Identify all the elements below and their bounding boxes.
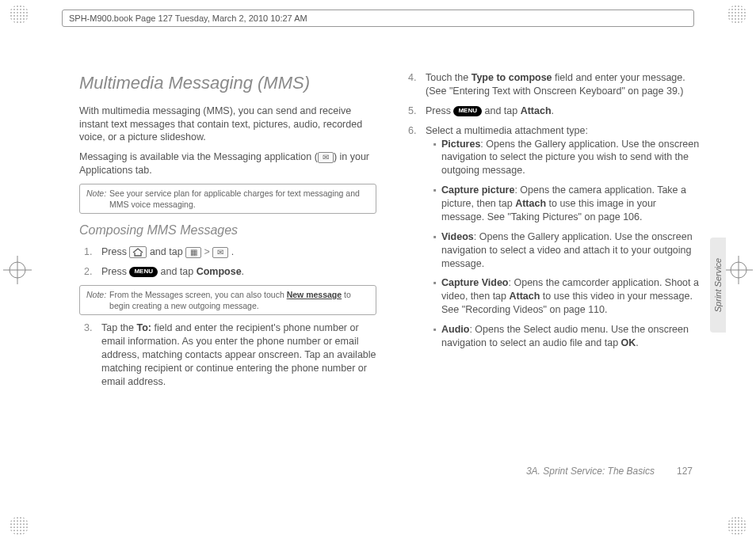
register-mark-right <box>723 254 754 286</box>
menu-key-chip: MENU <box>129 267 158 277</box>
note-label: Note: <box>86 188 106 210</box>
messaging-app-icon: ✉ <box>318 152 334 163</box>
intro-paragraph-1: With multimedia messaging (MMS), you can… <box>79 105 376 145</box>
section-tab-label: Sprint Service <box>713 258 723 312</box>
crop-mark-br <box>727 516 746 535</box>
page-footer: 3A. Sprint Service: The Basics 127 <box>526 466 693 477</box>
column-right: Touch the Type to compose field and ente… <box>403 71 701 469</box>
attachment-types-list: Pictures: Opens the Gallery application.… <box>426 138 701 350</box>
messaging-icon: ✉ <box>212 247 228 258</box>
footer-page-number: 127 <box>677 466 693 477</box>
heading-composing: Composing MMS Messages <box>79 222 376 239</box>
note-service-plan: Note: See your service plan for applicab… <box>79 184 376 214</box>
compose-bold: Compose <box>197 266 242 277</box>
attach-pictures: Pictures: Opens the Gallery application.… <box>433 138 701 178</box>
crop-mark-tr <box>727 5 746 24</box>
crop-mark-bl <box>10 516 29 535</box>
attach-capture-video: Capture Video: Opens the camcorder appli… <box>433 276 701 317</box>
attach-capture-picture: Capture picture: Opens the camera applic… <box>433 184 701 224</box>
book-header-bar: SPH-M900.book Page 127 Tuesday, March 2,… <box>62 10 694 27</box>
attach-audio: Audio: Opens the Select audio menu. Use … <box>433 323 701 350</box>
step-3: Tap the To: field and enter the recipien… <box>92 321 376 388</box>
step-5: Press MENU and tap Attach. <box>416 105 701 118</box>
attach-videos: Videos: Opens the Gallery application. U… <box>433 230 701 271</box>
step-4: Touch the Type to compose field and ente… <box>416 71 701 98</box>
step-6: Select a multimedia attachment type: Pic… <box>416 124 701 350</box>
heading-mms: Multimedia Messaging (MMS) <box>79 71 376 95</box>
steps-list-right: Touch the Type to compose field and ente… <box>403 71 701 350</box>
apps-grid-icon: ▦ <box>185 247 201 258</box>
step-2: Press MENU and tap Compose. <box>92 265 376 279</box>
attach-bold: Attach <box>521 105 552 116</box>
menu-key-chip-2: MENU <box>453 106 482 116</box>
note-text-2: From the Messages screen, you can also t… <box>109 289 369 311</box>
note-label-2: Note: <box>86 289 106 311</box>
section-tab: Sprint Service <box>710 238 726 333</box>
type-to-compose-bold: Type to compose <box>472 72 552 83</box>
to-field-bold: To: <box>136 322 151 333</box>
book-header-text: SPH-M900.book Page 127 Tuesday, March 2,… <box>69 13 307 23</box>
intro-paragraph-2: Messaging is available via the Messaging… <box>79 150 376 177</box>
step-1: Press and tap ▦ > ✉ . <box>92 245 376 259</box>
note-text: See your service plan for applicable cha… <box>109 188 369 210</box>
page-body: Multimedia Messaging (MMS) With multimed… <box>79 71 701 469</box>
note-new-message: Note: From the Messages screen, you can … <box>79 285 376 315</box>
steps-list-left-cont: Tap the To: field and enter the recipien… <box>79 321 376 388</box>
column-left: Multimedia Messaging (MMS) With multimed… <box>79 71 376 469</box>
steps-list-left: Press and tap ▦ > ✉ . Press MENU and tap… <box>79 245 376 279</box>
home-key-icon <box>129 246 147 258</box>
register-mark-left <box>2 254 33 286</box>
footer-section: 3A. Sprint Service: The Basics <box>526 466 655 477</box>
crop-mark-tl <box>10 5 29 24</box>
